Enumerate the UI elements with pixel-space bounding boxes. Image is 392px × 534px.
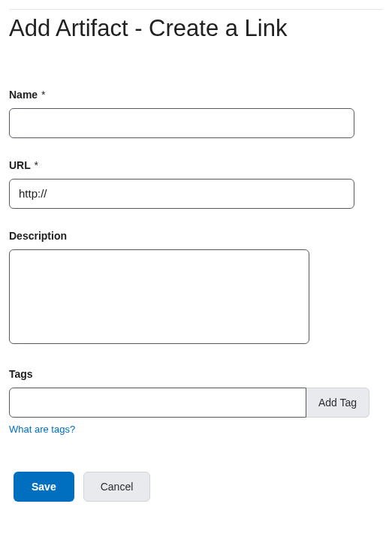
- field-url: URL *: [9, 159, 383, 209]
- cancel-button[interactable]: Cancel: [83, 472, 151, 502]
- field-name: Name *: [9, 89, 383, 138]
- name-required-marker: *: [41, 89, 45, 101]
- url-label: URL *: [9, 159, 383, 171]
- url-input[interactable]: [9, 179, 354, 209]
- field-tags: Tags Add Tag What are tags?: [9, 368, 383, 436]
- top-divider: [9, 9, 383, 10]
- tags-row: Add Tag: [9, 388, 369, 418]
- url-label-text: URL: [9, 159, 31, 171]
- tags-label: Tags: [9, 368, 383, 380]
- field-description: Description: [9, 230, 383, 347]
- description-label: Description: [9, 230, 383, 242]
- add-tag-button[interactable]: Add Tag: [306, 388, 369, 418]
- what-are-tags-link[interactable]: What are tags?: [9, 424, 75, 435]
- page-title: Add Artifact - Create a Link: [9, 14, 383, 44]
- save-button[interactable]: Save: [14, 472, 74, 502]
- create-link-form: Name * URL * Description Tags Add Tag Wh…: [9, 89, 383, 502]
- name-label: Name *: [9, 89, 383, 101]
- name-input[interactable]: [9, 108, 354, 138]
- form-actions: Save Cancel: [9, 472, 383, 502]
- url-required-marker: *: [34, 159, 38, 171]
- description-textarea[interactable]: [9, 249, 309, 344]
- name-label-text: Name: [9, 89, 38, 101]
- tags-input[interactable]: [9, 388, 306, 418]
